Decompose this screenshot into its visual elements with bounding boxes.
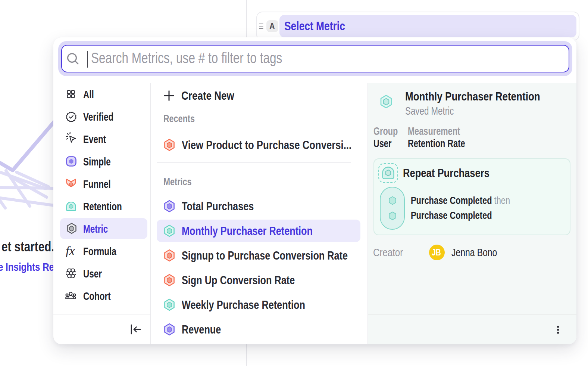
svg-text:fx: fx — [66, 245, 75, 257]
